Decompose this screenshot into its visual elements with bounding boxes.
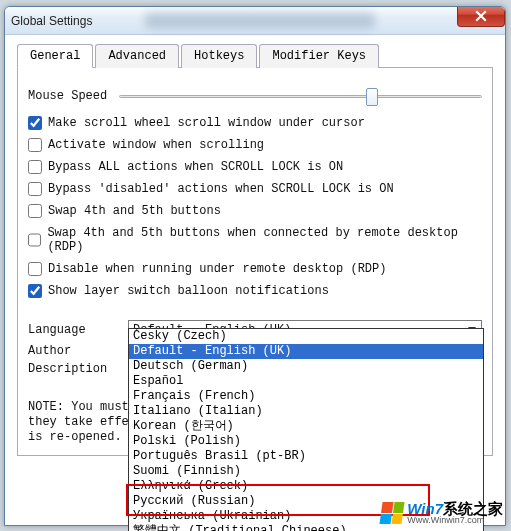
- checkbox-scroll-under-cursor[interactable]: Make scroll wheel scroll window under cu…: [28, 116, 482, 130]
- description-label: Description: [28, 362, 128, 376]
- language-label: Language: [28, 323, 128, 337]
- checkbox-input[interactable]: [28, 284, 42, 298]
- tab-advanced[interactable]: Advanced: [95, 44, 179, 68]
- checkbox-input[interactable]: [28, 262, 42, 276]
- window-title: Global Settings: [11, 14, 92, 28]
- checkbox-input[interactable]: [28, 204, 42, 218]
- mouse-speed-slider[interactable]: [119, 86, 482, 106]
- language-option[interactable]: Suomi (Finnish): [129, 464, 483, 479]
- checkbox-label: Bypass 'disabled' actions when SCROLL LO…: [48, 182, 394, 196]
- checkbox-activate-on-scroll[interactable]: Activate window when scrolling: [28, 138, 482, 152]
- language-option[interactable]: Italiano (Italian): [129, 404, 483, 419]
- checkbox-input[interactable]: [28, 182, 42, 196]
- titlebar[interactable]: Global Settings: [5, 7, 505, 35]
- watermark-text: Win7系统之家 Www.Winwin7.com: [407, 501, 503, 525]
- watermark-url: Www.Winwin7.com: [407, 516, 503, 525]
- watermark: Win7系统之家 Www.Winwin7.com: [381, 501, 503, 525]
- checkbox-balloon[interactable]: Show layer switch balloon notifications: [28, 284, 482, 298]
- checkbox-swap-4-5-rdp[interactable]: Swap 4th and 5th buttons when connected …: [28, 226, 482, 254]
- checkbox-label: Swap 4th and 5th buttons: [48, 204, 221, 218]
- language-option[interactable]: Deutsch (German): [129, 359, 483, 374]
- tab-strip: General Advanced Hotkeys Modifier Keys: [17, 43, 493, 68]
- checkbox-swap-4-5[interactable]: Swap 4th and 5th buttons: [28, 204, 482, 218]
- checkbox-label: Activate window when scrolling: [48, 138, 264, 152]
- checkbox-bypass-all-scrolllock[interactable]: Bypass ALL actions when SCROLL LOCK is O…: [28, 160, 482, 174]
- checkbox-label: Swap 4th and 5th buttons when connected …: [47, 226, 482, 254]
- checkbox-input[interactable]: [28, 160, 42, 174]
- checkbox-label: Make scroll wheel scroll window under cu…: [48, 116, 365, 130]
- language-option[interactable]: Default - English (UK): [129, 344, 483, 359]
- windows-logo-icon: [380, 502, 405, 524]
- checkbox-label: Show layer switch balloon notifications: [48, 284, 329, 298]
- checkbox-input[interactable]: [28, 116, 42, 130]
- titlebar-blur: [145, 13, 375, 29]
- checkbox-disable-rdp[interactable]: Disable when running under remote deskto…: [28, 262, 482, 276]
- checkbox-label: Disable when running under remote deskto…: [48, 262, 386, 276]
- tab-general[interactable]: General: [17, 44, 93, 68]
- checkbox-input[interactable]: [28, 138, 42, 152]
- mouse-speed-row: Mouse Speed: [28, 86, 482, 106]
- checkbox-bypass-disabled-scrolllock[interactable]: Bypass 'disabled' actions when SCROLL LO…: [28, 182, 482, 196]
- close-button[interactable]: [457, 6, 505, 27]
- slider-thumb[interactable]: [366, 88, 378, 106]
- language-option[interactable]: Ελληνικά (Greek): [129, 479, 483, 494]
- language-option[interactable]: Français (French): [129, 389, 483, 404]
- language-option[interactable]: Português Brasil (pt-BR): [129, 449, 483, 464]
- slider-track: [119, 95, 482, 98]
- checkbox-input[interactable]: [28, 233, 41, 247]
- tab-hotkeys[interactable]: Hotkeys: [181, 44, 257, 68]
- language-option[interactable]: Korean (한국어): [129, 419, 483, 434]
- language-option[interactable]: Polski (Polish): [129, 434, 483, 449]
- mouse-speed-label: Mouse Speed: [28, 89, 107, 103]
- checkbox-label: Bypass ALL actions when SCROLL LOCK is O…: [48, 160, 343, 174]
- language-option[interactable]: 繁體中文 (Traditional Chineese): [129, 524, 483, 531]
- close-icon: [475, 10, 487, 22]
- tab-modifier-keys[interactable]: Modifier Keys: [259, 44, 379, 68]
- language-option[interactable]: Español: [129, 374, 483, 389]
- language-option[interactable]: Česky (Czech): [129, 329, 483, 344]
- author-label: Author: [28, 344, 128, 358]
